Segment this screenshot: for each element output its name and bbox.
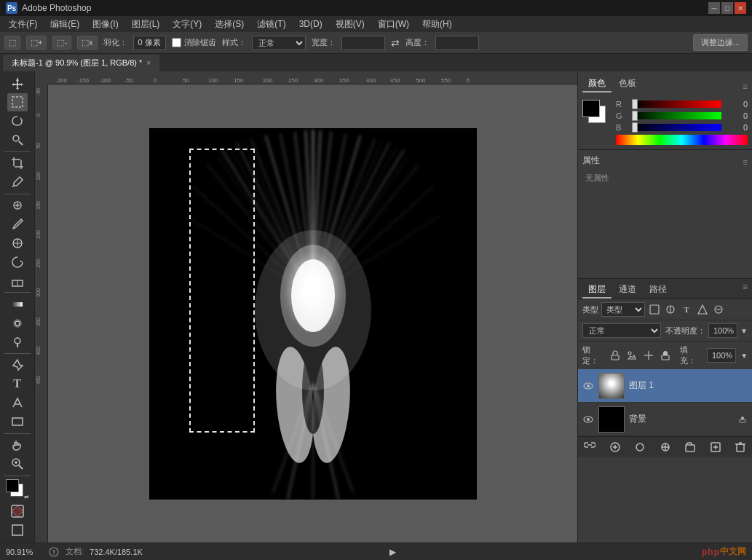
color-spectrum[interactable]: [616, 135, 748, 145]
add-adjustment-btn[interactable]: [658, 440, 673, 454]
link-layers-btn[interactable]: [582, 440, 597, 454]
intersect-selection-btn[interactable]: ⬚x: [77, 36, 98, 50]
delete-layer-btn[interactable]: [733, 440, 748, 454]
fg-color-box[interactable]: [582, 100, 600, 117]
menu-select[interactable]: 选择(S): [209, 17, 250, 32]
subtract-selection-btn[interactable]: ⬚-: [52, 36, 71, 50]
menu-layer[interactable]: 图层(L): [126, 17, 166, 32]
close-button[interactable]: ✕: [735, 2, 746, 14]
tool-clone[interactable]: [7, 234, 28, 252]
layer-kind-select[interactable]: 类型: [601, 302, 645, 317]
lock-all-icon[interactable]: [659, 349, 671, 362]
feather-input[interactable]: [133, 36, 166, 50]
menu-view[interactable]: 视图(V): [330, 17, 371, 32]
layers-tab[interactable]: 图层: [582, 282, 612, 299]
tool-marquee[interactable]: [7, 93, 28, 111]
tool-history-brush[interactable]: [7, 253, 28, 271]
color-panel-menu[interactable]: ≡: [743, 82, 748, 92]
width-input[interactable]: [341, 36, 385, 50]
tool-healing[interactable]: [7, 197, 28, 215]
layer-visibility-1[interactable]: [582, 414, 594, 425]
color-swatch-container[interactable]: ⇄: [6, 479, 29, 500]
color-tab[interactable]: 颜色: [582, 76, 612, 92]
layer-filter-smart[interactable]: [712, 303, 725, 316]
tool-eyedropper[interactable]: [7, 173, 28, 192]
add-mask-btn[interactable]: [633, 440, 647, 454]
blend-mode-select[interactable]: 正常: [582, 323, 661, 338]
menu-filter[interactable]: 滤镜(T): [251, 17, 291, 32]
fill-input[interactable]: [707, 348, 736, 363]
r-slider-thumb[interactable]: [632, 99, 638, 109]
b-slider[interactable]: [632, 124, 721, 131]
b-slider-thumb[interactable]: [632, 122, 638, 133]
opacity-arrow[interactable]: ▼: [740, 327, 748, 335]
menu-window[interactable]: 窗口(W): [372, 17, 415, 32]
new-group-btn[interactable]: [683, 440, 697, 454]
tool-gradient[interactable]: [7, 295, 28, 313]
menu-image[interactable]: 图像(I): [87, 17, 124, 32]
tool-quick-selection[interactable]: [7, 131, 28, 149]
layer-visibility-0[interactable]: [582, 380, 594, 392]
new-layer-btn[interactable]: [708, 440, 723, 454]
anti-alias-checkbox[interactable]: [172, 38, 181, 47]
properties-panel-menu[interactable]: ≡: [743, 157, 748, 167]
add-style-btn[interactable]: [608, 440, 622, 454]
layer-filter-text[interactable]: T: [680, 303, 693, 316]
tool-blur[interactable]: [7, 314, 28, 332]
layer-item-0[interactable]: 图层 1: [578, 369, 752, 403]
swap-icon[interactable]: ⇄: [391, 37, 400, 49]
status-next-arrow[interactable]: ▶: [389, 547, 396, 557]
tool-brush[interactable]: [7, 215, 28, 233]
tool-quick-mask-mode[interactable]: [7, 502, 28, 521]
g-slider[interactable]: [632, 112, 721, 119]
fg-bg-swatch[interactable]: [582, 100, 612, 129]
fg-color-swatch[interactable]: [6, 479, 19, 492]
window-controls[interactable]: ─ □ ✕: [708, 2, 746, 14]
new-selection-btn[interactable]: ⬚: [4, 36, 20, 50]
tool-screen-mode[interactable]: [7, 521, 28, 540]
r-slider[interactable]: [632, 100, 721, 108]
status-warning-icon[interactable]: [48, 546, 60, 558]
style-select[interactable]: 正常 固定比例 固定大小: [252, 36, 306, 50]
add-selection-btn[interactable]: ⬚+: [26, 36, 47, 50]
minimize-button[interactable]: ─: [708, 2, 720, 14]
tab-close-btn[interactable]: ×: [146, 59, 151, 67]
tool-pen[interactable]: [7, 356, 28, 374]
tool-crop[interactable]: [7, 154, 28, 173]
tool-dodge[interactable]: [7, 333, 28, 351]
swatches-tab[interactable]: 色板: [613, 76, 642, 92]
menu-edit[interactable]: 编辑(E): [44, 17, 85, 32]
tool-move[interactable]: [7, 74, 28, 92]
paths-tab[interactable]: 路径: [644, 282, 673, 299]
tool-text[interactable]: T: [7, 375, 28, 393]
layer-filter-pixel[interactable]: [648, 303, 661, 316]
lock-image-icon[interactable]: [626, 349, 638, 362]
layer-filter-shape[interactable]: [696, 303, 709, 316]
height-input[interactable]: [435, 36, 479, 50]
menu-help[interactable]: 帮助(H): [416, 17, 458, 32]
tool-lasso[interactable]: [7, 112, 28, 130]
document-tab[interactable]: 未标题-1 @ 90.9% (图层 1, RGB/8) * ×: [3, 55, 159, 71]
fill-arrow[interactable]: ▼: [740, 352, 748, 360]
swap-color-icon[interactable]: ⇄: [24, 494, 29, 500]
lock-position-icon[interactable]: [643, 349, 655, 362]
maximize-button[interactable]: □: [721, 2, 733, 14]
canvas[interactable]: [149, 128, 477, 500]
tool-hand[interactable]: [7, 436, 28, 454]
canvas-wrapper[interactable]: [48, 84, 577, 543]
opacity-input[interactable]: [708, 323, 737, 338]
g-slider-thumb[interactable]: [632, 111, 638, 121]
layer-item-1[interactable]: 背景: [578, 403, 752, 436]
layers-panel-menu[interactable]: ≡: [743, 282, 748, 299]
tool-path-selection[interactable]: [7, 394, 28, 412]
menu-type[interactable]: 文字(Y): [167, 17, 207, 32]
lock-transparent-icon[interactable]: [609, 349, 622, 362]
menu-3d[interactable]: 3D(D): [293, 17, 328, 31]
tool-shape[interactable]: [7, 413, 28, 431]
menu-file[interactable]: 文件(F): [3, 17, 43, 32]
tool-eraser[interactable]: [7, 272, 28, 290]
layer-filter-adjustment[interactable]: [664, 303, 677, 316]
tool-zoom[interactable]: [7, 455, 28, 473]
adjust-edge-button[interactable]: 调整边缘...: [693, 34, 748, 51]
channels-tab[interactable]: 通道: [613, 282, 642, 299]
